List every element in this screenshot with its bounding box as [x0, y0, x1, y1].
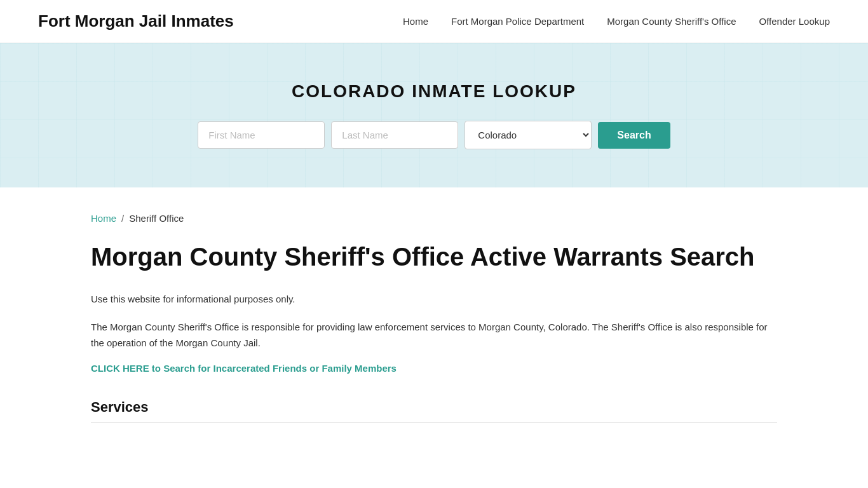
- hero-banner: COLORADO INMATE LOOKUP Colorado Alabama …: [0, 43, 868, 187]
- breadcrumb-current: Sheriff Office: [129, 213, 184, 224]
- state-select[interactable]: Colorado Alabama Alaska Arizona Arkansas…: [465, 121, 592, 149]
- breadcrumb-separator: /: [121, 213, 124, 224]
- first-name-input[interactable]: [198, 121, 325, 149]
- cta-link[interactable]: CLICK HERE to Search for Incarcerated Fr…: [91, 363, 397, 374]
- nav-sheriff[interactable]: Morgan County Sheriff's Office: [607, 16, 736, 27]
- main-nav: Home Fort Morgan Police Department Morga…: [403, 16, 830, 27]
- hero-heading: COLORADO INMATE LOOKUP: [13, 81, 855, 102]
- nav-offender[interactable]: Offender Lookup: [759, 16, 830, 27]
- breadcrumb-home[interactable]: Home: [91, 213, 116, 224]
- site-title[interactable]: Fort Morgan Jail Inmates: [38, 11, 234, 31]
- main-content: Home / Sheriff Office Morgan County Sher…: [53, 187, 815, 461]
- body-paragraph-1: Use this website for informational purpo…: [91, 291, 777, 308]
- site-header: Fort Morgan Jail Inmates Home Fort Morga…: [0, 0, 868, 43]
- nav-home[interactable]: Home: [403, 16, 428, 27]
- services-heading: Services: [91, 399, 777, 416]
- services-divider: [91, 422, 777, 423]
- page-title: Morgan County Sheriff's Office Active Wa…: [91, 241, 777, 272]
- last-name-input[interactable]: [331, 121, 458, 149]
- nav-police[interactable]: Fort Morgan Police Department: [451, 16, 584, 27]
- breadcrumb: Home / Sheriff Office: [91, 213, 777, 224]
- search-button[interactable]: Search: [598, 122, 670, 149]
- body-paragraph-2: The Morgan County Sheriff's Office is re…: [91, 319, 777, 351]
- inmate-search-form: Colorado Alabama Alaska Arizona Arkansas…: [13, 121, 855, 149]
